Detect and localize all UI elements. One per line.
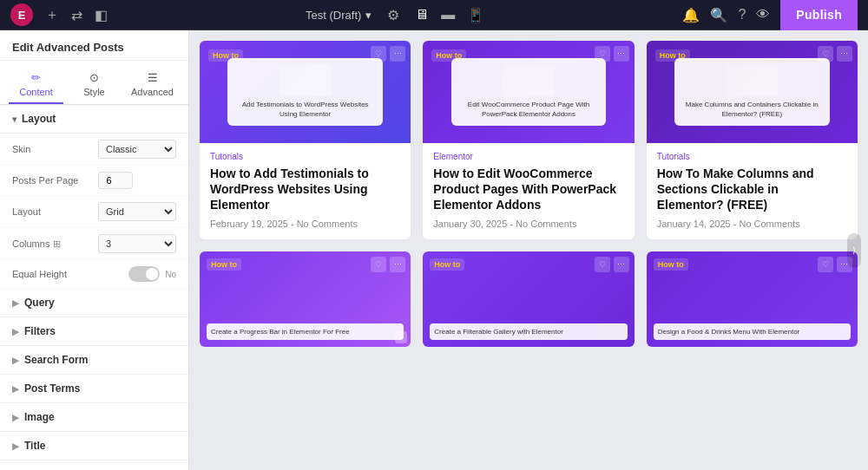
search-form-header[interactable]: ▶ Search Form <box>0 346 188 374</box>
post-title-3: How To Make Columns and Sections Clickab… <box>657 166 847 213</box>
thumb-content-5: Create a Filterable Gallery with Element… <box>430 323 627 340</box>
toggle-off-label: No <box>165 270 176 279</box>
posts-per-page-input[interactable] <box>98 172 176 189</box>
layers-button[interactable]: ◧ <box>95 7 108 23</box>
image-section[interactable]: ▶ Image <box>0 403 188 432</box>
query-section[interactable]: ▶ Query <box>0 289 188 317</box>
options-icon-5: ⋯ <box>614 257 629 272</box>
tablet-icon[interactable]: ▬ <box>441 7 455 23</box>
thumb-inner-2: How to ♡ ⋯ Edit WooCommerce Product Page… <box>423 41 634 143</box>
post-thumbnail-6: How to ♡ ⋯ Design a Food & Drinks Menu W… <box>647 251 858 347</box>
post-body-1: Tutorials How to Add Testimonials to Wor… <box>200 143 411 239</box>
posts-grid-row2: How to ♡ ⋯ Create a Progress Bar in Elem… <box>200 251 858 347</box>
settings-button[interactable]: ⚙ <box>387 7 399 23</box>
query-header[interactable]: ▶ Query <box>0 289 188 317</box>
options-icon-4: ⋯ <box>390 257 405 272</box>
filters-section[interactable]: ▶ Filters <box>0 317 188 346</box>
how-to-tag-5: How to <box>430 258 464 271</box>
thumb-mini-img-3 <box>726 65 778 96</box>
skin-select[interactable]: Classic Card <box>98 140 176 159</box>
desktop-icon[interactable]: 🖥 <box>415 7 429 23</box>
post-card-5[interactable]: How to ♡ ⋯ Create a Filterable Gallery w… <box>423 251 634 347</box>
elementor-logo[interactable]: E <box>10 3 33 26</box>
search-icon[interactable]: 🔍 <box>710 7 727 23</box>
columns-control: Columns ⊞ 3 2 4 <box>0 228 188 260</box>
thumb-mini-img-2 <box>503 65 555 96</box>
draft-selector[interactable]: Test (Draft) ▾ <box>306 9 372 22</box>
columns-select[interactable]: 3 2 4 <box>98 234 176 253</box>
post-meta-2: January 30, 2025 - No Comments <box>433 219 623 229</box>
main-layout: Edit Advanced Posts ✏ Content ⊙ Style ☰ … <box>0 30 868 470</box>
posts-per-page-label: Posts Per Page <box>12 175 98 186</box>
title-header[interactable]: ▶ Title <box>0 432 188 460</box>
topbar-right: 🔔 🔍 ? 👁 Publish <box>682 0 858 30</box>
title-section[interactable]: ▶ Title <box>0 432 188 460</box>
columns-label: Columns ⊞ <box>12 238 98 250</box>
tab-advanced[interactable]: ☰ Advanced <box>125 66 180 104</box>
tab-style[interactable]: ⊙ Style <box>67 66 122 104</box>
how-to-tag-1: How to <box>208 49 243 62</box>
post-thumbnail-4: How to ♡ ⋯ Create a Progress Bar in Elem… <box>200 251 411 347</box>
post-card-1[interactable]: How to ♡ ⋯ Add Testimonials to WordPress… <box>200 41 411 239</box>
columns-input[interactable]: 3 2 4 <box>98 234 176 253</box>
topbar: E ＋ ⇄ ◧ Test (Draft) ▾ ⚙ 🖥 ▬ 📱 🔔 🔍 ? 👁 P… <box>0 0 868 30</box>
options-icon-2: ⋯ <box>614 46 629 62</box>
post-card-6[interactable]: How to ♡ ⋯ Design a Food & Drinks Menu W… <box>647 251 858 347</box>
equal-height-toggle[interactable]: No <box>128 266 176 282</box>
layout-input[interactable]: Grid List <box>98 202 176 221</box>
card-overlay-2: ♡ ⋯ <box>595 46 629 62</box>
skin-input[interactable]: Classic Card <box>98 140 176 159</box>
card-overlay-4: ♡ ⋯ <box>371 257 405 272</box>
how-to-tag-2: How to <box>431 49 466 62</box>
post-title-2: How to Edit WooCommerce Product Pages Wi… <box>433 166 623 213</box>
tab-content[interactable]: ✏ Content <box>9 66 63 104</box>
preview-icon[interactable]: 👁 <box>756 7 770 23</box>
layout-chevron-icon: ▾ <box>12 114 16 124</box>
image-chevron-icon: ▶ <box>12 413 19 422</box>
post-category-3: Tutorials <box>657 152 847 161</box>
toggle-knob <box>146 268 158 280</box>
add-element-button[interactable]: ＋ <box>45 6 59 24</box>
canvas: How to ♡ ⋯ Add Testimonials to WordPress… <box>189 30 868 470</box>
search-form-chevron-icon: ▶ <box>12 356 19 365</box>
advanced-tab-icon: ☰ <box>148 71 158 84</box>
post-card-3[interactable]: How to ♡ ⋯ Make Columns and Containers C… <box>647 41 858 239</box>
layout-label: Layout <box>12 206 98 217</box>
publish-button[interactable]: Publish <box>780 0 858 30</box>
title-chevron-icon: ▶ <box>12 441 19 451</box>
bookmark-icon-3: ♡ <box>818 46 833 62</box>
layout-select[interactable]: Grid List <box>98 202 176 221</box>
options-icon-1: ⋯ <box>390 46 405 62</box>
history-button[interactable]: ⇄ <box>71 7 82 23</box>
post-terms-header[interactable]: ▶ Post Terms <box>0 375 188 402</box>
style-tab-icon: ⊙ <box>89 71 99 84</box>
post-thumbnail-2: How to ♡ ⋯ Edit WooCommerce Product Page… <box>423 41 634 143</box>
notifications-icon[interactable]: 🔔 <box>682 7 700 23</box>
equal-height-toggle-btn[interactable] <box>128 266 160 282</box>
how-to-tag-3: How to <box>655 49 690 62</box>
sidebar-tabs: ✏ Content ⊙ Style ☰ Advanced <box>0 61 188 105</box>
bookmark-icon-2: ♡ <box>595 46 610 62</box>
post-body-3: Tutorials How To Make Columns and Sectio… <box>647 143 858 239</box>
mobile-icon[interactable]: 📱 <box>467 7 484 23</box>
canvas-expand-handle[interactable]: ⟩ <box>847 233 861 268</box>
options-icon-3: ⋯ <box>837 46 852 62</box>
help-icon[interactable]: ? <box>738 7 746 23</box>
post-terms-section[interactable]: ▶ Post Terms <box>0 375 188 403</box>
layout-section-header[interactable]: ▾ Layout <box>0 105 188 134</box>
image-header[interactable]: ▶ Image <box>0 403 188 431</box>
thumb-content-2: Edit WooCommerce Product Page With Power… <box>451 58 607 126</box>
filters-header[interactable]: ▶ Filters <box>0 317 188 345</box>
content-header[interactable]: ▶ Content <box>0 460 188 470</box>
post-category-1: Tutorials <box>210 152 400 161</box>
post-card-2[interactable]: How to ♡ ⋯ Edit WooCommerce Product Page… <box>423 41 634 239</box>
sidebar-header: Edit Advanced Posts <box>0 30 188 61</box>
columns-layout-icon: ⊞ <box>53 238 61 250</box>
post-card-4[interactable]: How to ♡ ⋯ Create a Progress Bar in Elem… <box>200 251 411 347</box>
posts-per-page-field[interactable] <box>98 172 133 189</box>
content-section[interactable]: ▶ Content <box>0 460 188 470</box>
resize-handle-4[interactable] <box>395 331 407 343</box>
search-form-section[interactable]: ▶ Search Form <box>0 346 188 375</box>
thumb-content-6: Design a Food & Drinks Menu With Element… <box>654 323 851 340</box>
layout-control: Layout Grid List <box>0 196 188 228</box>
